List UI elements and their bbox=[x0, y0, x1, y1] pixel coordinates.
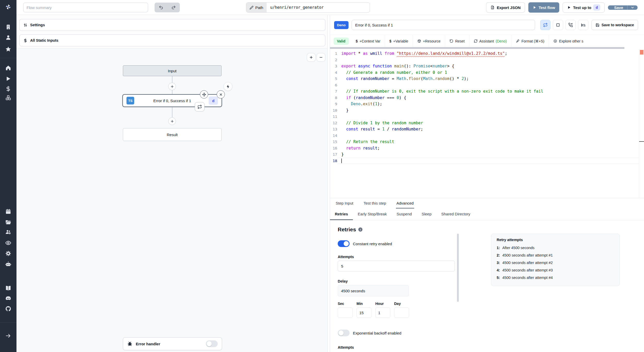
flow-summary-input[interactable] bbox=[23, 3, 148, 12]
step-name-input[interactable] bbox=[352, 20, 535, 30]
test-up-to-step-badge: d bbox=[593, 4, 600, 11]
home-icon[interactable] bbox=[5, 65, 12, 71]
error-handler-bar[interactable]: Error handler bbox=[123, 337, 222, 350]
language-badge: Deno bbox=[334, 21, 349, 29]
subtab-suspend[interactable]: Suspend bbox=[392, 208, 417, 220]
valid-status-badge: Valid bbox=[334, 38, 349, 45]
day-field: Day bbox=[394, 302, 409, 318]
error-handler-toggle[interactable] bbox=[206, 340, 218, 347]
step-retry-indicator[interactable] bbox=[195, 102, 205, 111]
insert-step-above-button[interactable] bbox=[168, 83, 176, 90]
audit-eye-icon[interactable] bbox=[5, 240, 12, 246]
sec-input[interactable] bbox=[338, 307, 353, 318]
retries-scrollbar[interactable] bbox=[457, 234, 459, 302]
add-variable-button[interactable]: $ +Variable bbox=[385, 35, 413, 47]
undo-button[interactable] bbox=[155, 3, 167, 12]
subtab-sleep[interactable]: Sleep bbox=[417, 208, 436, 220]
attempts-label-cutoff: Attempts bbox=[338, 345, 354, 349]
code-line: 14 bbox=[330, 133, 644, 139]
user-icon[interactable] bbox=[5, 34, 12, 41]
export-json-button[interactable]: Export JSON bbox=[486, 2, 525, 13]
collapse-arrow-right-icon[interactable] bbox=[5, 332, 12, 339]
assistant-button[interactable]: Assistant (Deno) bbox=[469, 35, 512, 47]
all-static-inputs-bar[interactable]: All Static Inputs bbox=[19, 34, 325, 46]
hour-input[interactable] bbox=[375, 307, 390, 318]
workers-robot-icon[interactable] bbox=[5, 261, 12, 268]
min-input[interactable] bbox=[357, 307, 371, 318]
tab-test-this-step[interactable]: Test this step bbox=[363, 198, 387, 208]
discord-icon[interactable] bbox=[5, 295, 12, 302]
save-dropdown-button[interactable] bbox=[627, 5, 638, 10]
step-node-error-if-0[interactable]: TS Error if 0, Success if 1 d bbox=[122, 94, 222, 107]
explore-scripts-button[interactable]: Explore other s bbox=[549, 35, 588, 47]
tab-advanced[interactable]: Advanced bbox=[396, 198, 414, 208]
input-node[interactable]: Input bbox=[123, 65, 222, 76]
flow-canvas-pane: Settings All Static Inputs Input bbox=[16, 15, 328, 352]
bug-icon bbox=[127, 341, 132, 346]
suspend-button[interactable] bbox=[565, 20, 576, 30]
insert-step-below-button[interactable] bbox=[168, 117, 176, 125]
flow-settings-bar[interactable]: Settings bbox=[19, 19, 325, 31]
tab-step-input[interactable]: Step Input bbox=[335, 198, 354, 208]
code-line: 17} bbox=[330, 151, 644, 158]
brush-icon bbox=[516, 39, 520, 43]
file-export-icon bbox=[490, 5, 495, 10]
lightning-bolt-icon bbox=[226, 84, 230, 89]
code-editor[interactable]: 1import * as wmill from "https://deno.la… bbox=[330, 49, 644, 198]
favorites-star-icon[interactable] bbox=[5, 46, 12, 52]
editor-overview-ruler bbox=[639, 49, 644, 198]
folders-icon[interactable] bbox=[5, 219, 12, 226]
workspace-building-icon[interactable] bbox=[5, 24, 12, 30]
delete-step-button[interactable] bbox=[217, 90, 225, 99]
info-icon[interactable]: i bbox=[358, 227, 362, 232]
add-context-var-button[interactable]: $ +Context Var bbox=[351, 35, 385, 47]
early-stop-button[interactable] bbox=[553, 20, 563, 30]
redo-button[interactable] bbox=[167, 3, 180, 12]
error-handler-label: Error handler bbox=[136, 342, 202, 346]
format-button[interactable]: Format (⌘+S) bbox=[511, 35, 549, 47]
code-line: 7 // If randomNumber is 0, exit the scri… bbox=[330, 88, 644, 95]
trigger-bolt-button[interactable] bbox=[224, 82, 232, 91]
retries-toggle-button[interactable] bbox=[540, 20, 550, 30]
error-marker bbox=[640, 50, 643, 55]
move-icon bbox=[202, 92, 206, 97]
zoom-out-button[interactable] bbox=[317, 53, 325, 62]
save-to-workspace-button[interactable]: Save to workspace bbox=[591, 20, 638, 30]
test-up-to-button[interactable]: Test up to d bbox=[563, 2, 605, 13]
toolbar-horizontal-scrollbar[interactable] bbox=[330, 47, 624, 49]
day-input[interactable] bbox=[394, 307, 409, 318]
attempts-input[interactable] bbox=[338, 261, 455, 271]
schedules-calendar-icon[interactable] bbox=[5, 208, 12, 215]
windmill-logo-icon[interactable] bbox=[5, 4, 12, 10]
save-button[interactable]: Save bbox=[608, 5, 627, 10]
resources-boxes-icon[interactable] bbox=[5, 94, 12, 101]
step-editor-pane: Deno bbox=[330, 15, 644, 352]
variables-dollar-icon[interactable] bbox=[5, 85, 12, 92]
path-value[interactable]: u/henri/error_generator bbox=[267, 3, 370, 12]
phone-incoming-icon bbox=[568, 23, 573, 27]
code-line: 13 const result = 1 / randomNumber; bbox=[330, 126, 644, 133]
github-icon[interactable] bbox=[5, 305, 12, 312]
settings-gear-icon[interactable] bbox=[5, 250, 12, 257]
add-resource-button[interactable]: +Resource bbox=[413, 35, 445, 47]
runs-play-icon[interactable] bbox=[5, 75, 12, 82]
hour-field: Hour bbox=[375, 302, 390, 318]
zoom-in-button[interactable] bbox=[307, 53, 316, 62]
close-icon bbox=[219, 92, 223, 97]
groups-users-gear-icon[interactable] bbox=[5, 229, 12, 235]
move-step-handle[interactable] bbox=[200, 90, 208, 99]
subtab-shared-directory[interactable]: Shared Directory bbox=[436, 208, 475, 220]
constant-retry-toggle[interactable] bbox=[338, 240, 350, 247]
result-node[interactable]: Result bbox=[123, 128, 222, 141]
test-flow-button[interactable]: Test flow bbox=[528, 2, 559, 13]
delay-input[interactable] bbox=[338, 285, 409, 296]
subtab-early-stop-break[interactable]: Early Stop/Break bbox=[353, 208, 392, 220]
reset-button[interactable]: Reset bbox=[445, 35, 469, 47]
subtab-retries[interactable]: Retries bbox=[330, 208, 353, 220]
rotate-ccw-icon bbox=[450, 39, 453, 43]
docs-book-icon[interactable] bbox=[5, 285, 12, 292]
exponential-backoff-toggle[interactable] bbox=[338, 330, 350, 336]
flow-path-field[interactable]: Path u/henri/error_generator bbox=[246, 2, 370, 13]
sleep-button[interactable] bbox=[578, 20, 588, 30]
app-sidebar bbox=[0, 0, 16, 352]
